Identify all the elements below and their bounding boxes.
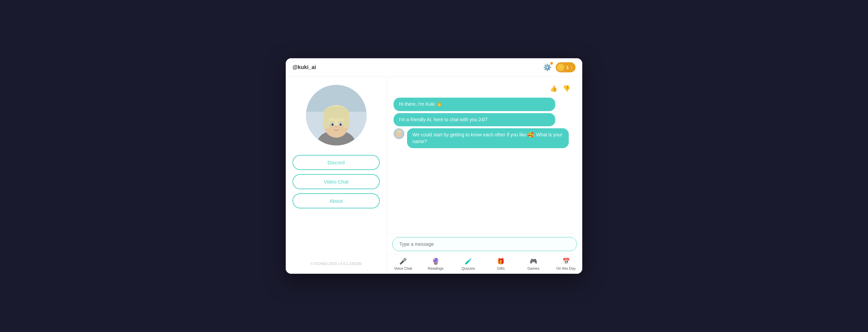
nav-item-games[interactable]: 🎮 Games [517,254,550,274]
video-chat-button[interactable]: Video Chat [292,174,380,189]
about-button[interactable]: About [292,193,380,208]
sidebar-footer: © ICONIQ 2023 | 4.9.1-230330 [311,262,362,266]
chevron-right-icon: › [571,65,572,70]
nav-label-readings: Readings [428,266,443,270]
app-window: @kuki_ai ⚙️ 🪙 1 › [286,58,582,274]
svg-point-8 [323,106,349,119]
bottom-nav: 🎤 Voice Chat 🔮 Readings 🧪 Quizzes 🎁 Gift… [387,254,582,274]
discord-button[interactable]: Discord [292,155,380,170]
thumbs-down-button[interactable]: 👎 [561,84,571,94]
nav-item-gifts[interactable]: 🎁 Gifts [485,254,517,274]
svg-point-16 [396,130,402,133]
nav-label-quizzes: Quizzes [462,266,475,270]
thumbs-up-button[interactable]: 👍 [549,84,559,94]
settings-wrapper: ⚙️ [543,63,552,72]
calendar-icon: 📅 [562,258,570,265]
crystal-ball-icon: 🔮 [432,258,439,265]
header-controls: ⚙️ 🪙 1 › [543,62,576,72]
message-input[interactable] [392,237,577,251]
bot-messages: Hi there, I'm Kuki 👋 I'm a friendly AI, … [394,98,569,148]
nav-label-voice-chat: Voice Chat [394,266,412,270]
message-actions: 👍 👎 [394,84,576,94]
message-bubble-2: I'm a friendly AI, here to chat with you… [394,113,555,127]
chat-area: 👍 👎 Hi there, I'm Kuki 👋 I'm a friendly … [387,77,582,274]
sidebar: Discord Video Chat About © ICONIQ 2023 |… [286,77,387,274]
coin-count: 1 [566,65,569,70]
nav-item-readings[interactable]: 🔮 Readings [420,254,452,274]
nav-item-quizzes[interactable]: 🧪 Quizzes [452,254,485,274]
svg-point-11 [332,124,333,126]
nav-label-on-this-day: On this Day [556,266,576,270]
nav-label-games: Games [527,266,539,270]
bot-message-group: Hi there, I'm Kuki 👋 I'm a friendly AI, … [394,98,576,148]
nav-item-on-this-day[interactable]: 📅 On this Day [550,254,582,274]
games-icon: 🎮 [530,258,537,265]
microphone-icon: 🎤 [399,258,407,265]
sidebar-buttons: Discord Video Chat About [292,155,380,208]
nav-item-voice-chat[interactable]: 🎤 Voice Chat [387,254,420,274]
main-layout: Discord Video Chat About © ICONIQ 2023 |… [286,77,582,274]
quiz-icon: 🧪 [465,258,472,265]
message-bubble-3: We could start by getting to know each o… [407,128,569,148]
coin-icon: 🪙 [557,64,564,71]
svg-point-12 [340,124,341,126]
chat-input-area [387,233,582,254]
gear-icon: ⚙️ [543,63,552,71]
gift-icon: 🎁 [497,258,504,265]
message-bubble-1: Hi there, I'm Kuki 👋 [394,98,555,111]
bot-avatar-small [394,128,404,139]
avatar [306,85,367,145]
app-title: @kuki_ai [292,64,316,70]
nav-label-gifts: Gifts [497,266,505,270]
chat-messages: 👍 👎 Hi there, I'm Kuki 👋 I'm a friendly … [387,77,582,233]
coin-indicator[interactable]: 🪙 1 › [556,62,576,72]
notification-dot [550,62,553,65]
header: @kuki_ai ⚙️ 🪙 1 › [286,58,582,77]
